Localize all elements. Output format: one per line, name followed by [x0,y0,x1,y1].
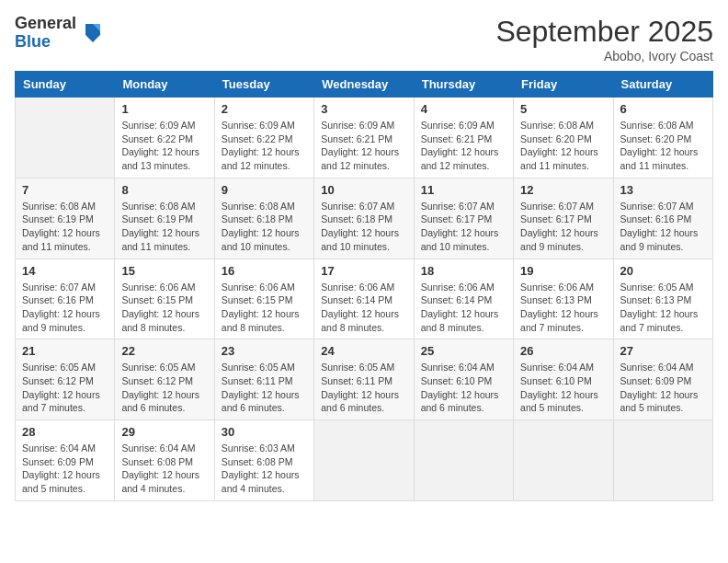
calendar-cell: 8Sunrise: 6:08 AM Sunset: 6:19 PM Daylig… [115,178,214,259]
calendar-cell [414,420,513,501]
day-number: 5 [520,102,606,116]
title-block: September 2025 Abobo, Ivory Coast [495,15,713,63]
day-info: Sunrise: 6:04 AM Sunset: 6:08 PM Dayligh… [121,442,207,496]
day-number: 17 [321,264,406,278]
day-info: Sunrise: 6:03 AM Sunset: 6:08 PM Dayligh… [222,442,307,496]
calendar-cell [613,420,712,501]
weekday-header-wednesday: Wednesday [314,72,414,98]
weekday-header-thursday: Thursday [414,72,513,98]
day-number: 23 [222,344,307,358]
day-info: Sunrise: 6:06 AM Sunset: 6:14 PM Dayligh… [321,281,406,335]
calendar-cell: 17Sunrise: 6:06 AM Sunset: 6:14 PM Dayli… [314,259,414,339]
day-number: 27 [620,344,706,358]
day-info: Sunrise: 6:04 AM Sunset: 6:10 PM Dayligh… [520,361,606,415]
day-info: Sunrise: 6:05 AM Sunset: 6:13 PM Dayligh… [620,281,706,335]
calendar-cell: 10Sunrise: 6:07 AM Sunset: 6:18 PM Dayli… [314,178,414,259]
calendar-table: SundayMondayTuesdayWednesdayThursdayFrid… [15,71,713,501]
calendar-cell: 21Sunrise: 6:05 AM Sunset: 6:12 PM Dayli… [16,339,115,420]
day-number: 8 [121,183,207,197]
day-number: 26 [520,344,606,358]
day-info: Sunrise: 6:09 AM Sunset: 6:21 PM Dayligh… [321,119,406,173]
day-number: 6 [620,102,706,116]
logo: General Blue [15,15,104,52]
day-info: Sunrise: 6:05 AM Sunset: 6:11 PM Dayligh… [222,361,307,415]
day-number: 2 [222,102,307,116]
day-number: 14 [22,264,108,278]
calendar-cell: 29Sunrise: 6:04 AM Sunset: 6:08 PM Dayli… [115,420,214,501]
day-info: Sunrise: 6:04 AM Sunset: 6:10 PM Dayligh… [421,361,506,415]
day-info: Sunrise: 6:05 AM Sunset: 6:12 PM Dayligh… [22,361,108,415]
calendar-cell: 24Sunrise: 6:05 AM Sunset: 6:11 PM Dayli… [314,339,414,420]
day-info: Sunrise: 6:05 AM Sunset: 6:11 PM Dayligh… [321,361,406,415]
day-number: 22 [121,344,207,358]
calendar-cell: 19Sunrise: 6:06 AM Sunset: 6:13 PM Dayli… [514,259,613,339]
weekday-header-monday: Monday [115,72,214,98]
day-info: Sunrise: 6:07 AM Sunset: 6:17 PM Dayligh… [421,200,506,254]
calendar-cell: 14Sunrise: 6:07 AM Sunset: 6:16 PM Dayli… [16,259,115,339]
day-info: Sunrise: 6:08 AM Sunset: 6:20 PM Dayligh… [620,119,706,173]
calendar-week-row: 28Sunrise: 6:04 AM Sunset: 6:09 PM Dayli… [16,420,713,501]
day-info: Sunrise: 6:09 AM Sunset: 6:21 PM Dayligh… [421,119,506,173]
day-number: 16 [222,264,307,278]
day-number: 11 [421,183,506,197]
calendar-cell: 13Sunrise: 6:07 AM Sunset: 6:16 PM Dayli… [613,178,712,259]
day-info: Sunrise: 6:08 AM Sunset: 6:18 PM Dayligh… [222,200,307,254]
day-info: Sunrise: 6:05 AM Sunset: 6:12 PM Dayligh… [121,361,207,415]
day-info: Sunrise: 6:08 AM Sunset: 6:20 PM Dayligh… [520,119,606,173]
location-subtitle: Abobo, Ivory Coast [495,49,713,63]
calendar-cell: 4Sunrise: 6:09 AM Sunset: 6:21 PM Daylig… [414,98,513,178]
day-number: 29 [121,425,207,439]
day-number: 15 [121,264,207,278]
calendar-cell: 22Sunrise: 6:05 AM Sunset: 6:12 PM Dayli… [115,339,214,420]
page-header: General Blue September 2025 Abobo, Ivory… [15,15,713,63]
calendar-cell: 25Sunrise: 6:04 AM Sunset: 6:10 PM Dayli… [414,339,513,420]
day-info: Sunrise: 6:06 AM Sunset: 6:13 PM Dayligh… [520,281,606,335]
day-number: 9 [222,183,307,197]
calendar-cell [514,420,613,501]
calendar-cell: 1Sunrise: 6:09 AM Sunset: 6:22 PM Daylig… [115,98,214,178]
calendar-cell: 5Sunrise: 6:08 AM Sunset: 6:20 PM Daylig… [514,98,613,178]
calendar-cell: 6Sunrise: 6:08 AM Sunset: 6:20 PM Daylig… [613,98,712,178]
calendar-cell: 3Sunrise: 6:09 AM Sunset: 6:21 PM Daylig… [314,98,414,178]
weekday-header-sunday: Sunday [16,72,115,98]
day-info: Sunrise: 6:04 AM Sunset: 6:09 PM Dayligh… [22,442,108,496]
calendar-cell: 26Sunrise: 6:04 AM Sunset: 6:10 PM Dayli… [514,339,613,420]
calendar-cell: 7Sunrise: 6:08 AM Sunset: 6:19 PM Daylig… [16,178,115,259]
day-info: Sunrise: 6:07 AM Sunset: 6:16 PM Dayligh… [620,200,706,254]
month-title: September 2025 [495,15,713,49]
logo-general-text: General [15,15,76,33]
day-number: 19 [520,264,606,278]
calendar-cell: 27Sunrise: 6:04 AM Sunset: 6:09 PM Dayli… [613,339,712,420]
day-info: Sunrise: 6:07 AM Sunset: 6:17 PM Dayligh… [520,200,606,254]
calendar-cell: 23Sunrise: 6:05 AM Sunset: 6:11 PM Dayli… [214,339,313,420]
calendar-week-row: 14Sunrise: 6:07 AM Sunset: 6:16 PM Dayli… [16,259,713,339]
day-number: 18 [421,264,506,278]
day-number: 4 [421,102,506,116]
logo-blue-text: Blue [15,33,76,52]
calendar-week-row: 21Sunrise: 6:05 AM Sunset: 6:12 PM Dayli… [16,339,713,420]
calendar-cell: 9Sunrise: 6:08 AM Sunset: 6:18 PM Daylig… [214,178,313,259]
day-info: Sunrise: 6:07 AM Sunset: 6:16 PM Dayligh… [22,281,108,335]
day-number: 12 [520,183,606,197]
day-info: Sunrise: 6:06 AM Sunset: 6:14 PM Dayligh… [421,281,506,335]
day-info: Sunrise: 6:08 AM Sunset: 6:19 PM Dayligh… [22,200,108,254]
weekday-header-tuesday: Tuesday [214,72,313,98]
day-info: Sunrise: 6:08 AM Sunset: 6:19 PM Dayligh… [121,200,207,254]
day-number: 25 [421,344,506,358]
calendar-cell [314,420,414,501]
day-info: Sunrise: 6:06 AM Sunset: 6:15 PM Dayligh… [121,281,207,335]
day-number: 20 [620,264,706,278]
day-number: 10 [321,183,406,197]
calendar-cell: 2Sunrise: 6:09 AM Sunset: 6:22 PM Daylig… [214,98,313,178]
calendar-week-row: 7Sunrise: 6:08 AM Sunset: 6:19 PM Daylig… [16,178,713,259]
logo-icon [82,20,104,46]
calendar-cell: 30Sunrise: 6:03 AM Sunset: 6:08 PM Dayli… [214,420,313,501]
day-number: 3 [321,102,406,116]
day-info: Sunrise: 6:09 AM Sunset: 6:22 PM Dayligh… [121,119,207,173]
weekday-header-saturday: Saturday [613,72,712,98]
calendar-cell: 18Sunrise: 6:06 AM Sunset: 6:14 PM Dayli… [414,259,513,339]
calendar-cell: 16Sunrise: 6:06 AM Sunset: 6:15 PM Dayli… [214,259,313,339]
calendar-cell: 11Sunrise: 6:07 AM Sunset: 6:17 PM Dayli… [414,178,513,259]
calendar-cell: 20Sunrise: 6:05 AM Sunset: 6:13 PM Dayli… [613,259,712,339]
calendar-cell: 12Sunrise: 6:07 AM Sunset: 6:17 PM Dayli… [514,178,613,259]
